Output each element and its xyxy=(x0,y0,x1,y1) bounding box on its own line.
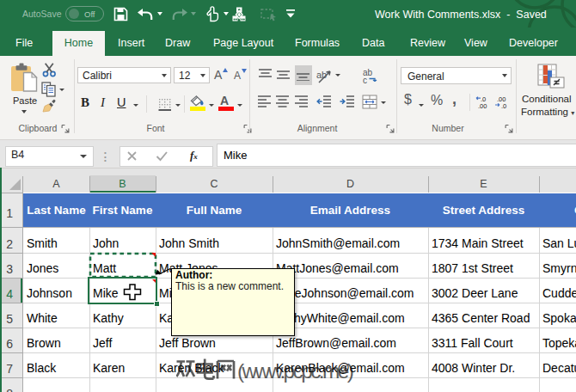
svg-text:.0: .0 xyxy=(501,102,506,108)
svg-text:ab: ab xyxy=(316,70,327,80)
svg-text:(www.pcpc.me): (www.pcpc.me) xyxy=(237,359,354,383)
svg-text:c: c xyxy=(363,76,367,84)
svg-text:.00: .00 xyxy=(478,102,487,108)
